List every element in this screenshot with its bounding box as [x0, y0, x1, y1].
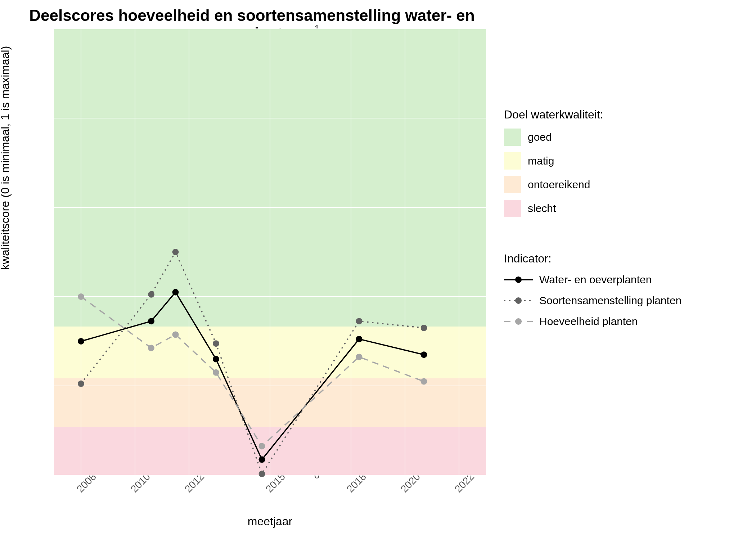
- legend-indicator-item: Soortensamenstelling planten: [504, 293, 738, 308]
- legend-quality-title: Doel waterkwaliteit:: [504, 108, 738, 121]
- legend-quality-item: slecht: [504, 200, 738, 217]
- data-point: [356, 354, 363, 360]
- legend-swatch: [504, 129, 521, 146]
- legend-swatch: [504, 293, 533, 308]
- legend-label: slecht: [528, 202, 556, 215]
- series-layer: [54, 29, 486, 475]
- legend-quality-item: goed: [504, 129, 738, 146]
- data-point: [213, 356, 219, 363]
- legend-quality: Doel waterkwaliteit: goedmatigontoereike…: [504, 108, 738, 224]
- data-point: [356, 336, 363, 342]
- data-point: [172, 249, 179, 255]
- legend-swatch: [504, 152, 521, 170]
- legend-swatch: [504, 314, 533, 329]
- chart-container: Deelscores hoeveelheid en soortensamenst…: [0, 0, 756, 540]
- svg-point-5: [515, 318, 522, 325]
- data-point: [259, 471, 265, 477]
- legend-swatch: [504, 273, 533, 287]
- data-point: [78, 381, 84, 387]
- data-point: [421, 351, 427, 358]
- data-point: [213, 369, 219, 376]
- legend-label: matig: [528, 155, 554, 167]
- data-point: [78, 338, 84, 345]
- legend-quality-item: ontoereikend: [504, 176, 738, 193]
- data-point: [356, 318, 363, 324]
- series-line: [81, 252, 424, 474]
- data-point: [172, 289, 179, 296]
- data-point: [259, 443, 265, 449]
- series-line: [81, 292, 424, 460]
- svg-point-3: [515, 297, 522, 304]
- plot-panel: [54, 29, 486, 475]
- legend-quality-item: matig: [504, 152, 738, 170]
- data-point: [421, 378, 427, 385]
- data-point: [148, 345, 154, 351]
- y-axis-label: kwaliteitscore (0 is minimaal, 1 is maxi…: [0, 46, 12, 270]
- legend-indicator-item: Hoeveelheid planten: [504, 314, 738, 329]
- legend-label: Water- en oeverplanten: [539, 274, 652, 286]
- legend-swatch: [504, 200, 521, 217]
- legend-swatch: [504, 176, 521, 193]
- x-axis-label: meetjaar: [54, 515, 486, 528]
- legend-indicator: Indicator: Water- en oeverplantenSoorten…: [504, 252, 738, 335]
- plot-area: [54, 29, 486, 475]
- svg-point-1: [515, 276, 522, 283]
- data-point: [213, 340, 219, 347]
- legend-label: Hoeveelheid planten: [539, 315, 638, 328]
- data-point: [172, 331, 179, 338]
- legend-label: ontoereikend: [528, 179, 590, 191]
- data-point: [259, 456, 265, 463]
- legend-label: goed: [528, 131, 552, 143]
- data-point: [148, 318, 154, 324]
- data-point: [148, 291, 154, 298]
- data-point: [421, 325, 427, 331]
- legend-indicator-title: Indicator:: [504, 252, 738, 265]
- series-line: [81, 297, 424, 446]
- legend-indicator-item: Water- en oeverplanten: [504, 273, 738, 287]
- data-point: [78, 293, 84, 300]
- legend-label: Soortensamenstelling planten: [539, 294, 681, 307]
